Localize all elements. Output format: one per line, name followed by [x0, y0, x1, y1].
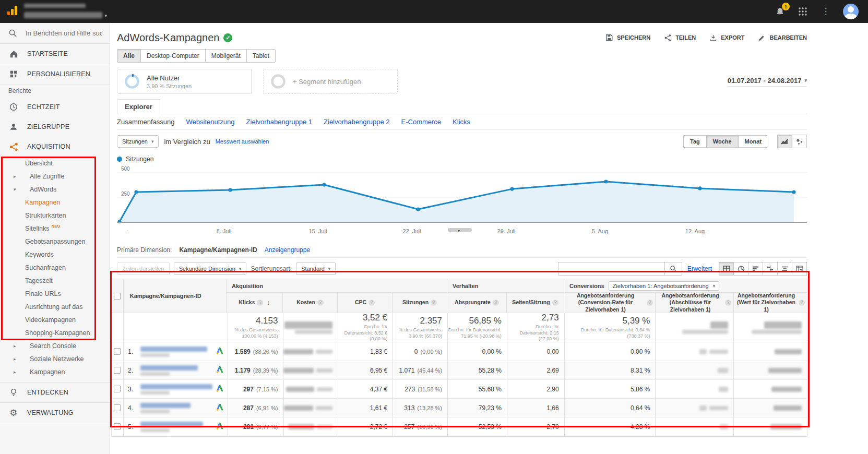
column-header-sitzungen[interactable]: Sitzungen? [392, 293, 447, 313]
sidebar-item-startseite[interactable]: STARTSEITE [0, 44, 110, 64]
percentage-view-button[interactable] [733, 262, 748, 276]
date-range-selector[interactable]: 01.07.2017 - 24.08.2017 ▾ [728, 77, 807, 87]
campaign-link-redacted[interactable] [140, 403, 191, 413]
granularity-woche[interactable]: Woche [706, 135, 739, 148]
export-button[interactable]: EXPORT [709, 34, 744, 42]
sidebar-item-soziale-netzwerke[interactable]: ▸ Soziale Netzwerke [0, 352, 110, 365]
sidebar-item-gebotsanpassungen[interactable]: Gebotsanpassungen [0, 235, 110, 248]
sidebar-item-search-console[interactable]: ▸ Search Console [0, 339, 110, 352]
row-checkbox[interactable] [114, 348, 121, 355]
comparison-view-button[interactable] [763, 262, 778, 276]
edit-button[interactable]: BEARBEITEN [758, 34, 807, 42]
data-view-button[interactable] [719, 262, 734, 276]
tab-desktop[interactable]: Desktop-Computer [140, 49, 206, 63]
help-icon[interactable]: ? [493, 300, 499, 306]
column-header-kosten[interactable]: Kosten? [282, 293, 337, 313]
campaign-link-redacted[interactable] [140, 347, 207, 357]
select-metric-link[interactable]: Messwert auswählen [216, 138, 269, 145]
line-chart-view-button[interactable] [777, 135, 792, 148]
help-icon[interactable]: ? [368, 300, 375, 306]
sidebar-item-sitelinks[interactable]: Sitelinks NEU [0, 222, 110, 235]
row-checkbox[interactable] [114, 404, 121, 411]
sidebar-item-entdecken[interactable]: ENTDECKEN [0, 383, 110, 402]
column-header-absprungrate[interactable]: Absprungrate? [447, 293, 506, 313]
dimension-anzeigengruppe-link[interactable]: Anzeigengruppe [265, 246, 310, 254]
motion-chart-view-button[interactable] [792, 135, 807, 148]
sidebar-item-strukturkarten[interactable]: Strukturkarten [0, 209, 110, 222]
tab-tablet[interactable]: Tablet [246, 49, 276, 63]
sidebar-search[interactable] [0, 23, 110, 44]
sidebar-item-akquisition[interactable]: AKQUISITION [0, 137, 110, 157]
tab-alle[interactable]: Alle [117, 49, 141, 63]
row-checkbox[interactable] [114, 386, 121, 392]
column-header-kampagne[interactable]: Kampagne/Kampagnen-ID [123, 279, 226, 313]
sidebar-item-uebersicht[interactable]: Übersicht [0, 157, 110, 170]
plot-rows-button[interactable]: Zeilen darstellen [117, 262, 170, 275]
select-all-checkbox[interactable] [114, 293, 121, 300]
term-cloud-view-button[interactable] [777, 262, 792, 276]
campaign-link-redacted[interactable] [140, 422, 203, 432]
sidebar-item-kampagnen[interactable]: Kampagnen [0, 196, 110, 209]
column-header-cpc[interactable]: CPC? [337, 293, 392, 313]
sidebar-item-verwaltung[interactable]: ⚙ VERWALTUNG [0, 403, 110, 423]
column-header-wert[interactable]: Angebotsanforderung (Wert für Zielvorhab… [733, 293, 807, 313]
campaign-link-redacted[interactable] [140, 384, 212, 395]
add-segment-button[interactable]: + Segment hinzufügen [263, 69, 398, 94]
sidebar-item-tageszeit[interactable]: Tageszeit [0, 274, 110, 287]
conversions-goal-selector[interactable]: Zielvorhaben 1: Angebotsanforderung ▾ [609, 281, 720, 291]
granularity-tag[interactable]: Tag [683, 135, 707, 148]
help-icon[interactable]: ? [257, 300, 263, 306]
granularity-monat[interactable]: Monat [738, 135, 768, 148]
segment-all-users[interactable]: Alle Nutzer 3,90 % Sitzungen [117, 69, 252, 94]
table-search-input[interactable] [558, 262, 665, 276]
row-checkbox[interactable] [114, 423, 121, 430]
subtab-zusammenfassung[interactable]: Zusammenfassung [117, 118, 175, 126]
help-icon[interactable]: ? [725, 300, 731, 306]
sidebar-item-shopping-kampagnen[interactable]: Shopping-Kampagnen [0, 326, 110, 339]
search-input[interactable] [25, 29, 103, 38]
google-apps-button[interactable] [797, 6, 808, 17]
sidebar-item-adwords[interactable]: ▾ AdWords [0, 183, 110, 196]
sidebar-item-keywords[interactable]: Keywords [0, 248, 110, 261]
sessions-line-chart[interactable]: 500 250 [117, 166, 807, 224]
save-button[interactable]: SPEICHERN [605, 33, 650, 42]
account-switcher[interactable]: ▾ [24, 4, 107, 19]
chart-scrollbar-handle[interactable]: ▾ [448, 228, 472, 232]
help-icon[interactable]: ? [317, 300, 324, 306]
subtab-websitenutzung[interactable]: Websitenutzung [186, 118, 235, 126]
column-header-conversion-rate[interactable]: Angebotsanforderung (Conversion-Rate für… [564, 293, 655, 313]
help-icon[interactable]: ? [799, 300, 805, 306]
subtab-zielvorhabengruppe-1[interactable]: Zielvorhabengruppe 1 [246, 118, 312, 126]
campaign-link-redacted[interactable] [140, 365, 198, 376]
performance-view-button[interactable] [748, 262, 763, 276]
advanced-link[interactable]: Erweitert [687, 265, 712, 272]
help-icon[interactable]: ? [431, 300, 437, 306]
sidebar-item-finale-urls[interactable]: Finale URLs [0, 287, 110, 300]
secondary-dimension-button[interactable]: Sekundäre Dimension ▾ [174, 262, 247, 275]
column-header-seiten-sitzung[interactable]: Seiten/Sitzung? [506, 293, 564, 313]
tab-mobilgeraet[interactable]: Mobilgerät [205, 49, 247, 63]
sidebar-item-suchanfragen[interactable]: Suchanfragen [0, 261, 110, 274]
subtab-zielvorhabengruppe-2[interactable]: Zielvorhabengruppe 2 [324, 118, 389, 126]
table-search-button[interactable] [664, 262, 682, 276]
more-options-button[interactable]: ⋮ [820, 6, 831, 17]
notifications-button[interactable]: 1 [774, 6, 786, 17]
share-button[interactable]: TEILEN [664, 34, 696, 42]
subtab-ecommerce[interactable]: E-Commerce [401, 118, 442, 126]
pivot-view-button[interactable] [792, 262, 807, 276]
tab-explorer[interactable]: Explorer [117, 99, 160, 114]
help-icon[interactable]: ? [647, 300, 653, 306]
sort-type-selector[interactable]: Standard ▾ [296, 262, 336, 275]
user-avatar[interactable] [843, 4, 859, 19]
column-header-abschluesse[interactable]: Angebotsanforderung (Abschlüsse für Ziel… [655, 293, 733, 313]
sidebar-item-echtzeit[interactable]: ECHTZEIT [0, 97, 110, 117]
sidebar-item-kampagnen-acq[interactable]: ▸ Kampagnen [0, 365, 110, 378]
sidebar-item-videokampagnen[interactable]: Videokampagnen [0, 313, 110, 326]
sidebar-item-personalisieren[interactable]: PERSONALISIEREN [0, 64, 110, 84]
metric-selector[interactable]: Sitzungen ▾ [117, 135, 159, 148]
column-header-klicks[interactable]: Klicks? ↓ [227, 293, 282, 313]
dimension-kampagne-id[interactable]: Kampagne/Kampagnen-ID [179, 246, 257, 254]
subtab-klicks[interactable]: Klicks [453, 118, 470, 126]
sidebar-item-alle-zugriffe[interactable]: ▸ Alle Zugriffe [0, 170, 110, 183]
row-checkbox[interactable] [114, 367, 121, 374]
